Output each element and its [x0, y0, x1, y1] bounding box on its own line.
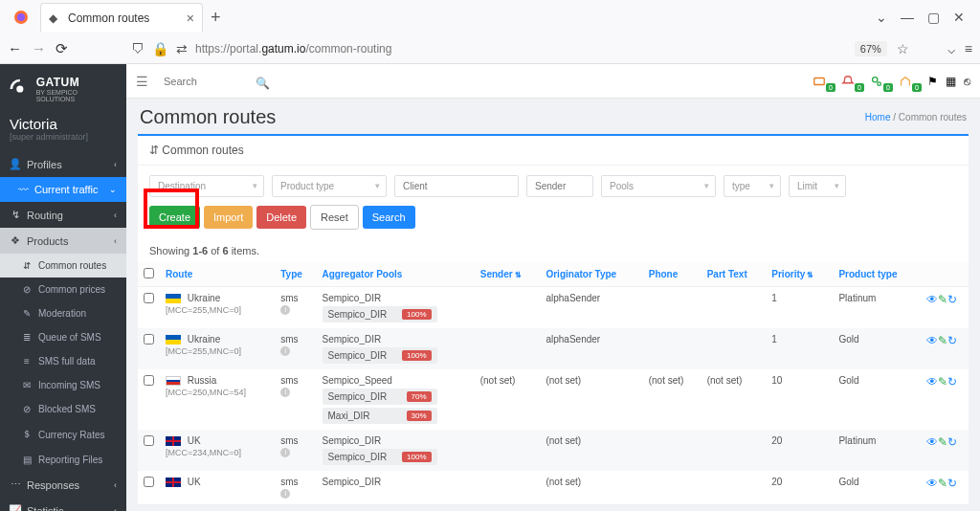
edit-icon[interactable]: ✎ [938, 375, 947, 389]
lock-icon[interactable]: 🔒 [152, 41, 168, 56]
topbar-badge-1[interactable]: 0 [841, 73, 862, 90]
sidebar-item-common-routes[interactable]: ⇵Common routes [0, 254, 126, 278]
create-button[interactable]: Create [149, 206, 200, 229]
route-icon: ↯ [10, 209, 21, 221]
sidebar-item-moderation[interactable]: ✎Moderation [0, 301, 126, 325]
view-icon[interactable]: 👁 [926, 375, 938, 389]
brand-logo-icon [10, 78, 31, 100]
filter-product-type[interactable]: Product type [272, 175, 387, 197]
sidebar-item-common-prices[interactable]: ⊘Common prices [0, 278, 126, 301]
row-checkbox[interactable] [144, 477, 154, 487]
col-sender[interactable]: Sender⇅ [475, 262, 541, 287]
minimize-icon[interactable]: — [901, 10, 914, 25]
reload-button[interactable]: ⟳ [56, 40, 68, 57]
maximize-icon[interactable]: ▢ [927, 10, 940, 25]
col-priority[interactable]: Priority⇅ [766, 262, 833, 287]
info-icon[interactable]: i [280, 305, 290, 315]
pocket-icon[interactable]: ⌵ [947, 41, 955, 56]
sidebar-item-products[interactable]: ❖Products‹ [0, 228, 126, 254]
permissions-icon[interactable]: ⇄ [176, 41, 188, 56]
grid-icon[interactable]: ▦ [946, 75, 956, 88]
sidebar-item-statistic[interactable]: 📈Statistic‹ [0, 498, 126, 511]
flag-icon[interactable]: ⚑ [927, 75, 938, 88]
col-originator[interactable]: Originator Type [540, 262, 642, 287]
close-tab-icon[interactable]: × [187, 11, 194, 26]
filter-limit[interactable]: Limit [789, 175, 846, 197]
refresh-icon[interactable]: ↻ [947, 334, 957, 347]
zoom-level[interactable]: 67% [855, 41, 887, 56]
new-tab-button[interactable]: + [211, 8, 221, 28]
filter-client[interactable] [394, 175, 519, 197]
sidebar-item-reporting-files[interactable]: ▤Reporting Files [0, 448, 126, 472]
view-icon[interactable]: 👁 [926, 477, 938, 490]
hamburger-icon[interactable]: ☰ [136, 74, 148, 89]
breadcrumb-home[interactable]: Home [865, 112, 891, 122]
back-button[interactable]: ← [8, 40, 22, 56]
import-button[interactable]: Import [204, 206, 253, 229]
sidebar-item-currency-rates[interactable]: ＄Currency Rates [0, 421, 126, 448]
delete-button[interactable]: Delete [256, 206, 306, 229]
filter-pools[interactable]: Pools [601, 175, 716, 197]
sidebar-item-sms-full-data[interactable]: ≡SMS full data [0, 349, 126, 373]
sidebar-item-queue-of-sms[interactable]: ≣Queue of SMS [0, 325, 126, 349]
bookmark-star-icon[interactable]: ☆ [897, 41, 909, 56]
select-all-checkbox[interactable] [144, 268, 154, 278]
info-icon[interactable]: i [280, 346, 290, 356]
filter-destination[interactable]: Destination [149, 175, 264, 197]
edit-icon[interactable]: ✎ [938, 293, 947, 306]
filter-type[interactable]: type [724, 175, 781, 197]
brand-name: GATUM [36, 76, 117, 89]
chevron-down-icon[interactable]: ⌄ [876, 10, 887, 25]
view-icon[interactable]: 👁 [926, 435, 938, 449]
shield-icon[interactable]: ⛉ [131, 41, 145, 56]
search-icon[interactable]: 🔍 [256, 77, 270, 90]
priority-cell: 20 [766, 471, 833, 504]
sidebar-item-responses[interactable]: ⋯Responses‹ [0, 472, 126, 498]
sidebar-item-label: Responses [27, 479, 79, 491]
refresh-icon[interactable]: ↻ [947, 293, 957, 306]
col-part[interactable]: Part Text [702, 262, 767, 287]
view-icon[interactable]: 👁 [926, 334, 938, 347]
view-icon[interactable]: 👁 [926, 293, 938, 306]
topbar-badge-3[interactable]: 0 [899, 73, 920, 90]
col-type[interactable]: Type [275, 262, 316, 287]
edit-icon[interactable]: ✎ [938, 435, 947, 449]
reset-button[interactable]: Reset [310, 205, 359, 230]
col-phone[interactable]: Phone [643, 262, 702, 287]
edit-icon[interactable]: ✎ [938, 477, 947, 490]
col-route[interactable]: Route [160, 262, 275, 287]
app-menu-icon[interactable]: ≡ [965, 41, 972, 56]
row-checkbox[interactable] [144, 375, 154, 386]
refresh-icon[interactable]: ↻ [947, 435, 957, 449]
type-label: sms [280, 334, 298, 344]
url-box[interactable]: ⛉ 🔒 ⇄ https://portal.gatum.io/common-rou… [125, 35, 797, 61]
sidebar-item-profiles[interactable]: 👤Profiles‹ [0, 151, 126, 177]
col-product[interactable]: Product type [833, 262, 921, 287]
table-row: Russia[MCC=250,MNC=54]smsiSempico_SpeedS… [138, 369, 969, 430]
topbar-badge-2[interactable]: 0 [870, 73, 891, 90]
sidebar-item-routing[interactable]: ↯Routing‹ [0, 202, 126, 228]
refresh-icon[interactable]: ↻ [947, 375, 957, 389]
type-label: sms [280, 293, 298, 303]
row-checkbox[interactable] [144, 435, 154, 446]
filter-sender[interactable] [526, 175, 593, 197]
close-window-icon[interactable]: ✕ [953, 10, 965, 25]
col-pools[interactable]: Aggregator Pools [317, 262, 475, 287]
sidebar-item-incoming-sms[interactable]: ✉Incoming SMS [0, 373, 126, 397]
info-icon[interactable]: i [280, 448, 290, 457]
row-checkbox[interactable] [144, 293, 154, 303]
info-icon[interactable]: i [280, 388, 290, 397]
topbar-badge-0[interactable]: 0 [813, 73, 834, 90]
browser-tab[interactable]: ◆ Common routes × [40, 3, 203, 32]
edit-icon[interactable]: ✎ [938, 334, 947, 347]
refresh-icon[interactable]: ↻ [947, 477, 957, 490]
logout-icon[interactable]: ⎋ [964, 75, 970, 88]
info-icon[interactable]: i [280, 489, 290, 499]
sidebar-item-current-traffic[interactable]: 〰Current traffic⌄ [0, 177, 126, 202]
search-input[interactable] [158, 72, 254, 91]
sidebar-item-blocked-sms[interactable]: ⊘Blocked SMS [0, 397, 126, 421]
svg-point-5 [878, 81, 881, 85]
row-checkbox[interactable] [144, 334, 154, 344]
search-button[interactable]: Search [363, 206, 415, 229]
product-cell: Gold [833, 369, 921, 430]
